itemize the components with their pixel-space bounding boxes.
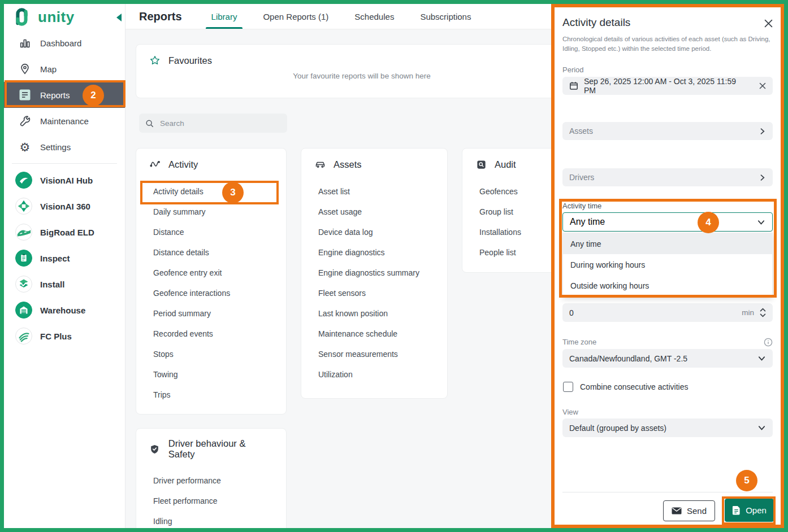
sidebar: unity Dashboard Map [4, 4, 125, 528]
inspect-icon [15, 250, 32, 267]
sidebar-item-bigroad-eld[interactable]: BigRoad ELD [4, 219, 125, 245]
send-button[interactable]: Send [663, 500, 715, 521]
car-icon [314, 158, 326, 171]
sidebar-item-reports[interactable]: Reports [4, 82, 125, 108]
activity-icon [149, 158, 161, 171]
favourites-title: Favourites [168, 55, 212, 66]
report-item-fleet-sensors[interactable]: Fleet sensors [301, 283, 447, 303]
sidebar-item-label: Maintenance [40, 116, 89, 126]
close-icon[interactable] [763, 18, 774, 29]
duration-value: 0 [569, 308, 574, 317]
chevron-right-icon [759, 128, 766, 135]
activity-details-panel: Activity details Chronological details o… [551, 4, 784, 528]
duration-input-field[interactable]: 0 min [562, 303, 773, 322]
drivers-selector-row[interactable]: Drivers [562, 168, 773, 186]
report-item-daily-summary[interactable]: Daily summary [136, 202, 286, 222]
panel-description: Chronological details of various activit… [562, 34, 772, 54]
report-item-fleet-performance[interactable]: Fleet performance [136, 491, 286, 511]
driver-behaviour-card: Driver behaviour & Safety Driver perform… [136, 428, 287, 528]
sidebar-item-visionai-360[interactable]: VisionAI 360 [4, 193, 125, 219]
report-item-driver-performance[interactable]: Driver performance [136, 470, 286, 491]
report-item-recorded-events[interactable]: Recorded events [136, 324, 286, 344]
sidebar-item-visionai-hub[interactable]: VisionAI Hub [4, 167, 125, 193]
report-item-asset-usage[interactable]: Asset usage [301, 202, 447, 222]
activity-time-value: Any time [570, 217, 605, 227]
tab-library[interactable]: Library [211, 4, 237, 29]
report-item-activity-details[interactable]: Activity details [136, 181, 286, 202]
activity-time-select[interactable]: Any time [562, 212, 773, 232]
report-item-distance[interactable]: Distance [136, 222, 286, 242]
visionai-360-icon [15, 198, 32, 215]
search-icon [145, 119, 154, 128]
warehouse-icon [15, 302, 32, 319]
favourites-empty-text: Your favourite reports will be shown her… [136, 72, 587, 80]
sidebar-item-label: Inspect [40, 254, 70, 263]
send-button-label: Send [687, 506, 707, 516]
report-item-trips[interactable]: Trips [136, 385, 286, 405]
sidebar-item-inspect[interactable]: Inspect [4, 245, 125, 271]
sidebar-item-map[interactable]: Map [4, 56, 125, 82]
report-item-engine-diagnostics[interactable]: Engine diagnostics [301, 242, 447, 263]
combine-activities-row: Combine consecutive activities [563, 382, 688, 392]
dropdown-option-any-time[interactable]: Any time [563, 233, 772, 254]
sidebar-item-maintenance[interactable]: Maintenance [4, 108, 125, 134]
activity-time-label: Activity time [562, 202, 601, 210]
dropdown-option-during-working-hours[interactable]: During working hours [563, 254, 772, 275]
report-item-utilization[interactable]: Utilization [301, 364, 447, 385]
sidebar-item-label: VisionAI 360 [40, 202, 90, 211]
report-item-device-data-log[interactable]: Device data log [301, 222, 447, 242]
report-item-idling[interactable]: Idling [136, 511, 286, 528]
sidebar-item-dashboard[interactable]: Dashboard [4, 30, 125, 56]
bar-chart-icon [18, 36, 32, 50]
time-zone-label: Time zone [562, 338, 596, 346]
period-label: Period [562, 66, 584, 74]
gear-icon: ⚙ [18, 139, 32, 154]
chevron-down-icon [757, 424, 766, 432]
sidebar-item-warehouse[interactable]: Warehouse [4, 297, 125, 323]
period-field[interactable]: Sep 26, 2025 12:00 AM - Oct 3, 2025 11:5… [562, 77, 773, 95]
duration-unit: min [742, 308, 754, 317]
open-button[interactable]: Open [725, 499, 774, 522]
report-item-engine-diagnostics-summary[interactable]: Engine diagnostics summary [301, 263, 447, 283]
period-clear-icon[interactable] [759, 82, 766, 89]
fc-plus-icon [15, 328, 32, 345]
chevron-down-icon [757, 354, 766, 363]
report-item-distance-details[interactable]: Distance details [136, 242, 286, 263]
combine-activities-checkbox[interactable] [563, 382, 573, 392]
report-item-sensor-measurements[interactable]: Sensor measurements [301, 344, 447, 364]
assets-card: Assets Asset list Asset usage Device dat… [301, 148, 448, 399]
report-item-maintenance-schedule[interactable]: Maintenance schedule [301, 324, 447, 344]
search-input[interactable] [159, 119, 282, 128]
duration-stepper[interactable] [760, 308, 766, 317]
sidebar-item-label: Install [40, 280, 64, 289]
report-item-geofence-interactions[interactable]: Geofence interactions [136, 283, 286, 303]
sidebar-item-fc-plus[interactable]: FC Plus [4, 323, 125, 349]
report-item-geofence-entry-exit[interactable]: Geofence entry exit [136, 263, 286, 283]
page-title: Reports [139, 10, 182, 23]
install-icon [15, 276, 32, 293]
view-select[interactable]: Default (grouped by assets) [562, 418, 773, 437]
report-item-period-summary[interactable]: Period summary [136, 303, 286, 324]
tab-schedules[interactable]: Schedules [354, 4, 394, 29]
tab-subscriptions[interactable]: Subscriptions [420, 4, 471, 29]
sidebar-item-settings[interactable]: ⚙ Settings [4, 134, 125, 160]
sidebar-item-install[interactable]: Install [4, 271, 125, 297]
visionai-hub-icon [15, 172, 32, 189]
activity-time-dropdown: Any time During working hours Outside wo… [562, 233, 773, 296]
time-zone-select[interactable]: Canada/Newfoundland, GMT -2.5 [562, 349, 773, 368]
report-item-towing[interactable]: Towing [136, 364, 286, 385]
open-report-icon [732, 505, 741, 515]
dropdown-option-outside-working-hours[interactable]: Outside working hours [563, 275, 772, 296]
sidebar-item-label: BigRoad ELD [40, 228, 94, 237]
report-document-icon [18, 88, 32, 102]
calendar-icon [569, 81, 578, 90]
info-icon[interactable] [764, 338, 773, 347]
report-item-stops[interactable]: Stops [136, 344, 286, 364]
assets-selector-row[interactable]: Assets [562, 122, 773, 140]
period-value: Sep 26, 2025 12:00 AM - Oct 3, 2025 11:5… [584, 77, 748, 95]
sidebar-collapse-icon[interactable] [116, 14, 122, 21]
chevron-right-icon [759, 174, 766, 181]
report-item-asset-list[interactable]: Asset list [301, 181, 447, 202]
report-item-last-known-position[interactable]: Last known position [301, 303, 447, 324]
tab-open-reports[interactable]: Open Reports (1) [263, 4, 328, 29]
